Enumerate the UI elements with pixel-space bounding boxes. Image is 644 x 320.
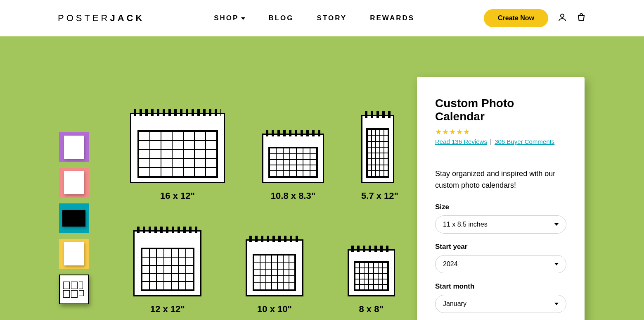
year-select[interactable]: 2024: [435, 255, 566, 273]
nav-shop[interactable]: SHOP: [214, 14, 245, 22]
thumbnail-list: [59, 132, 89, 304]
create-now-button[interactable]: Create Now: [484, 9, 548, 27]
cart-icon[interactable]: [576, 12, 586, 24]
star-rating: ★★★★★: [435, 127, 566, 136]
size-field-label: Size: [435, 203, 566, 211]
thumbnail-4[interactable]: [59, 239, 89, 269]
size-12x12: 12 x 12": [133, 230, 201, 315]
thumbnail-1[interactable]: [59, 132, 89, 162]
nav-story[interactable]: STORY: [317, 14, 347, 22]
product-main: 16 x 12" 10.8 x 8.3": [0, 36, 644, 320]
product-description: Stay organized and inspired with our cus…: [435, 168, 566, 191]
size-label: 5.7 x 12": [361, 191, 398, 201]
sizes-illustration: 16 x 12" 10.8 x 8.3": [124, 113, 405, 315]
reviews-link[interactable]: Read 136 Reviews: [435, 138, 487, 145]
svg-point-0: [561, 14, 564, 17]
header-actions: Create Now: [484, 9, 586, 27]
logo[interactable]: POSTERJACK: [58, 13, 144, 24]
month-select[interactable]: January: [435, 295, 566, 313]
size-select-value: 11 x 8.5 inches: [443, 221, 488, 228]
size-5p7x12: 5.7 x 12": [361, 115, 398, 201]
nav-rewards[interactable]: REWARDS: [370, 14, 414, 22]
nav-shop-label: SHOP: [214, 14, 239, 22]
month-field-label: Start month: [435, 282, 566, 291]
chevron-down-icon: [554, 223, 559, 226]
comments-link[interactable]: 306 Buyer Comments: [495, 138, 554, 145]
nav-blog[interactable]: BLOG: [268, 14, 294, 22]
account-icon[interactable]: [557, 12, 567, 24]
size-select[interactable]: 11 x 8.5 inches: [435, 215, 566, 234]
size-label: 8 x 8": [348, 304, 395, 315]
year-select-value: 2024: [443, 260, 458, 268]
size-16x12: 16 x 12": [130, 113, 225, 201]
size-8x8: 8 x 8": [348, 249, 395, 315]
size-label: 12 x 12": [133, 304, 201, 315]
size-label: 10.8 x 8.3": [262, 191, 324, 201]
size-label: 10 x 10": [246, 304, 303, 315]
size-10x10: 10 x 10": [246, 239, 303, 315]
site-header: POSTERJACK SHOP BLOG STORY REWARDS Creat…: [0, 0, 644, 36]
chevron-down-icon: [554, 303, 559, 305]
size-10p8x8p3: 10.8 x 8.3": [262, 134, 324, 201]
main-nav: SHOP BLOG STORY REWARDS: [144, 14, 484, 22]
size-label: 16 x 12": [130, 191, 225, 201]
logo-bold: JACK: [110, 13, 144, 23]
thumbnail-2[interactable]: [59, 168, 89, 198]
thumbnail-3[interactable]: [59, 203, 89, 233]
chevron-down-icon: [241, 17, 245, 20]
year-field-label: Start year: [435, 243, 566, 251]
chevron-down-icon: [554, 263, 559, 265]
logo-thin: POSTER: [58, 13, 110, 23]
thumbnail-5[interactable]: [59, 275, 89, 304]
product-panel: Custom Photo Calendar ★★★★★ Read 136 Rev…: [417, 77, 585, 320]
review-links: Read 136 Reviews | 306 Buyer Comments: [435, 138, 566, 145]
product-title: Custom Photo Calendar: [435, 97, 566, 123]
month-select-value: January: [443, 300, 466, 308]
